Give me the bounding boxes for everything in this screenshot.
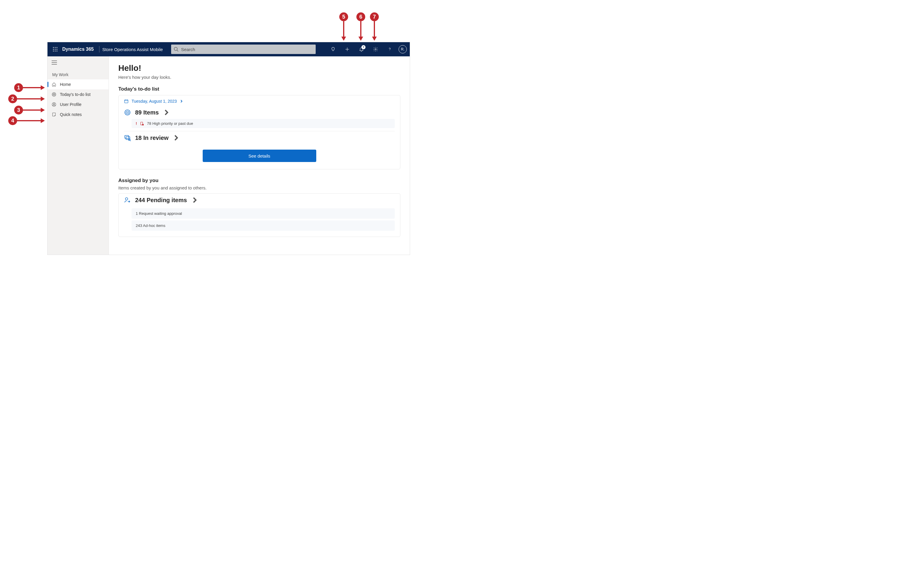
annotation-6: 6 — [356, 13, 365, 41]
annotation-4: 4 — [8, 116, 45, 125]
todo-section-title: Today's to-do list — [118, 86, 400, 92]
assigned-row-2: 243 Ad-hoc items — [131, 221, 395, 231]
chevron-right-icon — [163, 109, 170, 116]
app-launcher-icon[interactable] — [49, 47, 61, 52]
alert-icon: ! — [136, 121, 137, 126]
todo-items-row[interactable]: 89 Items — [118, 106, 400, 119]
brand-label[interactable]: Dynamics 365 — [61, 46, 98, 52]
help-button[interactable] — [383, 42, 397, 56]
svg-point-6 — [53, 51, 54, 52]
note-icon — [52, 112, 56, 117]
home-icon — [52, 82, 56, 87]
svg-point-14 — [389, 50, 390, 51]
annotation-5: 5 — [339, 13, 348, 41]
svg-point-31 — [142, 124, 144, 125]
target-icon — [52, 92, 56, 97]
sidebar-item-label: Home — [60, 82, 71, 87]
annotation-2: 2 — [8, 94, 45, 103]
assigned-card: 244 Pending items 1 Request waiting appr… — [118, 193, 400, 237]
svg-point-13 — [375, 49, 376, 50]
svg-point-4 — [55, 49, 56, 50]
sidebar-item-quick-notes[interactable]: Quick notes — [48, 109, 109, 120]
todo-inreview-label: 18 In review — [135, 134, 168, 141]
svg-line-35 — [130, 140, 131, 141]
todo-items-label: 89 Items — [135, 109, 159, 116]
search-input[interactable] — [171, 45, 316, 54]
user-assign-icon — [124, 197, 131, 203]
svg-point-29 — [127, 112, 128, 113]
svg-line-10 — [177, 50, 179, 52]
sidebar-section-label: My Work — [48, 68, 109, 79]
topbar-divider — [99, 46, 99, 53]
sidebar-item-label: Quick notes — [60, 112, 82, 117]
sidebar: My Work Home Today's to-do list User Pro… — [48, 56, 109, 254]
notifications-button[interactable]: 7 — [354, 42, 368, 56]
svg-point-7 — [55, 51, 56, 52]
svg-point-5 — [57, 49, 58, 50]
greeting-subtitle: Here's how your day looks. — [118, 75, 400, 80]
search-icon — [173, 46, 179, 53]
sidebar-item-today-todo[interactable]: Today's to-do list — [48, 90, 109, 99]
svg-point-8 — [57, 51, 58, 52]
svg-point-20 — [54, 94, 54, 95]
annotation-1: 1 — [14, 83, 45, 92]
chevron-right-icon — [173, 134, 180, 141]
target-icon — [124, 109, 131, 116]
see-details-button[interactable]: See details — [203, 150, 316, 162]
app-name-label: Store Operations Assist Mobile — [102, 47, 168, 52]
insights-button[interactable] — [326, 42, 340, 56]
svg-point-36 — [125, 198, 128, 200]
svg-point-1 — [55, 47, 56, 48]
search-wrap — [171, 45, 316, 54]
main-content: Hello! Here's how your day looks. Today'… — [109, 56, 410, 254]
assigned-pending-label: 244 Pending items — [135, 197, 187, 203]
sidebar-item-home[interactable]: Home — [48, 79, 109, 90]
sidebar-toggle[interactable] — [48, 58, 109, 68]
clipboard-alert-icon — [140, 122, 144, 126]
greeting-title: Hello! — [118, 64, 400, 73]
user-avatar[interactable]: R. — [398, 45, 407, 53]
chevron-right-icon — [180, 99, 183, 103]
svg-rect-33 — [126, 137, 130, 139]
chevron-right-icon — [191, 197, 198, 203]
assigned-section-title: Assigned by you — [118, 178, 400, 184]
user-icon — [52, 102, 56, 107]
todo-priority-label: 78 High priority or past due — [147, 121, 193, 126]
notification-badge: 7 — [361, 45, 366, 49]
todo-priority-notice: ! 78 High priority or past due — [131, 119, 395, 128]
todo-date-label: Tuesday, August 1, 2023 — [131, 99, 177, 104]
settings-button[interactable] — [368, 42, 383, 56]
svg-rect-32 — [125, 136, 129, 138]
sidebar-item-label: User Profile — [60, 102, 82, 107]
review-icon — [124, 134, 131, 141]
svg-rect-23 — [125, 100, 128, 103]
svg-point-22 — [53, 103, 55, 105]
assigned-section-subtitle: Items created by you and assigned to oth… — [118, 185, 400, 190]
add-button[interactable] — [340, 42, 354, 56]
annotation-3: 3 — [14, 106, 45, 115]
svg-point-3 — [53, 49, 54, 50]
svg-point-2 — [57, 47, 58, 48]
sidebar-item-label: Today's to-do list — [60, 92, 91, 97]
app-frame: Dynamics 365 Store Operations Assist Mob… — [47, 42, 410, 255]
todo-date-picker[interactable]: Tuesday, August 1, 2023 — [118, 95, 400, 106]
sidebar-item-user-profile[interactable]: User Profile — [48, 99, 109, 109]
assigned-pending-row[interactable]: 244 Pending items — [118, 194, 400, 206]
assigned-row-1: 1 Request waiting approval — [131, 208, 395, 219]
svg-point-9 — [174, 47, 177, 50]
annotation-7: 7 — [370, 13, 379, 41]
calendar-icon — [124, 99, 129, 104]
todo-card: Tuesday, August 1, 2023 89 Items ! 78 Hi… — [118, 95, 400, 170]
topbar: Dynamics 365 Store Operations Assist Mob… — [48, 42, 410, 56]
svg-point-0 — [53, 47, 54, 48]
todo-inreview-row[interactable]: 18 In review — [118, 131, 400, 144]
